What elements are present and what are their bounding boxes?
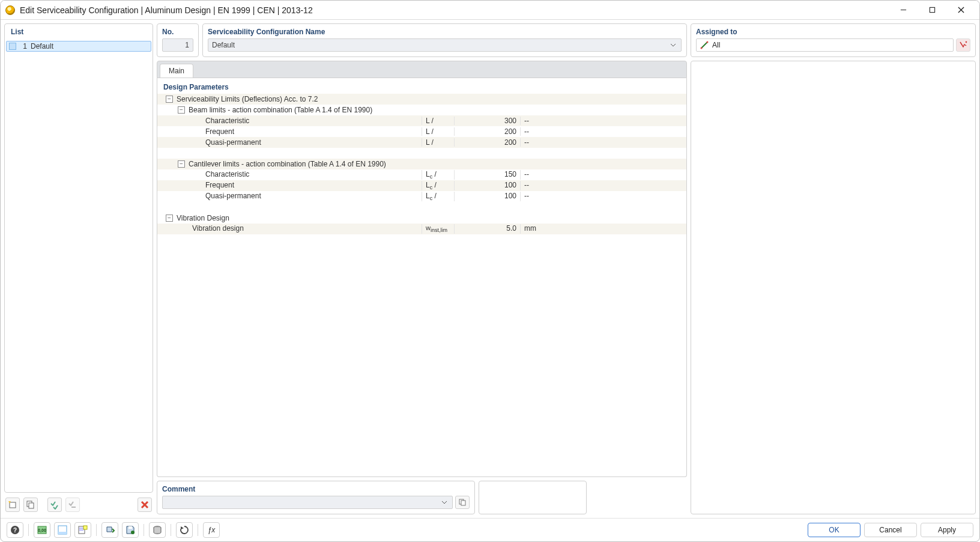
param-unit: -- (520, 181, 544, 190)
table-row[interactable]: Quasi-permanentL /200-- (157, 137, 686, 148)
svg-rect-24 (129, 526, 132, 529)
preview-box (479, 481, 587, 514)
database-button[interactable] (149, 522, 166, 538)
svg-rect-1 (930, 7, 934, 12)
svg-text:ƒx: ƒx (208, 526, 216, 534)
titlebar: Edit Serviceability Configuration | Alum… (1, 1, 979, 20)
comment-combo[interactable] (162, 496, 453, 509)
tree-node-beam-limits[interactable]: − Beam limits - action combination (Tabl… (157, 105, 686, 115)
param-name: Frequent (157, 127, 422, 136)
list-item-number: 1 (20, 42, 27, 50)
apply-button[interactable]: Apply (921, 523, 973, 537)
new-config-button[interactable] (5, 498, 20, 512)
delete-config-button[interactable] (138, 498, 152, 512)
collapse-icon[interactable]: − (166, 215, 173, 222)
svg-point-11 (707, 41, 709, 43)
list-toolbar (4, 495, 153, 514)
bottom-toolbar: ? 0,00 ƒx OK Cancel Apply (1, 518, 979, 541)
save-default-button[interactable] (122, 522, 139, 538)
svg-line-9 (701, 42, 707, 48)
window-title: Edit Serviceability Configuration | Alum… (20, 5, 889, 15)
param-value[interactable]: 100 (454, 192, 520, 201)
number-field[interactable]: 1 (162, 38, 193, 52)
svg-rect-4 (10, 502, 16, 508)
svg-rect-21 (83, 526, 87, 529)
formula-button[interactable]: ƒx (203, 522, 220, 538)
table-row[interactable]: Quasi-permanentLc /100-- (157, 191, 686, 202)
svg-rect-7 (29, 503, 34, 508)
maximize-button[interactable] (918, 1, 946, 19)
param-value[interactable]: 5.0 (454, 224, 520, 233)
minimize-button[interactable] (889, 1, 917, 19)
display-button[interactable] (74, 522, 91, 538)
view-button[interactable] (54, 522, 71, 538)
pick-assigned-button[interactable] (956, 38, 970, 52)
table-row[interactable]: CharacteristicLc /150-- (157, 169, 686, 180)
svg-point-10 (701, 47, 703, 49)
param-value[interactable]: 200 (454, 138, 520, 147)
param-unit: mm (520, 224, 544, 233)
design-parameters-tree[interactable]: − Serviceability Limits (Deflections) Ac… (157, 94, 686, 234)
reset-button[interactable] (176, 522, 193, 538)
help-button[interactable]: ? (7, 522, 23, 538)
number-value: 1 (185, 41, 189, 49)
svg-text:?: ? (13, 527, 17, 534)
check-all-button[interactable] (47, 498, 62, 512)
param-value[interactable]: 300 (454, 117, 520, 125)
assigned-to-box: Assigned to All (691, 23, 976, 57)
param-unit: -- (520, 127, 544, 136)
param-name: Characteristic (157, 117, 422, 125)
list-item-label: Default (31, 42, 53, 50)
param-symbol: L / (422, 138, 454, 147)
tree-node-cantilever-limits[interactable]: − Cantilever limits - action combination… (157, 159, 686, 169)
ok-button[interactable]: OK (808, 523, 861, 537)
comment-box: Comment (157, 481, 475, 514)
comment-copy-button[interactable] (455, 496, 470, 509)
config-list[interactable]: 1 Default (5, 40, 153, 492)
copy-config-button[interactable] (23, 498, 38, 512)
svg-rect-19 (58, 532, 67, 534)
tab-main[interactable]: Main (160, 64, 193, 78)
tree-node-vibration[interactable]: − Vibration Design (157, 213, 686, 224)
cancel-button[interactable]: Cancel (864, 523, 917, 537)
design-parameters-title: Design Parameters (157, 78, 686, 94)
param-value[interactable]: 200 (454, 127, 520, 136)
table-row[interactable]: CharacteristicL /300-- (157, 115, 686, 126)
name-combo[interactable]: Default (208, 38, 682, 52)
tree-label: Vibration Design (177, 214, 441, 222)
param-symbol: L / (422, 127, 454, 136)
name-value: Default (212, 41, 669, 49)
uncheck-all-button[interactable] (65, 498, 80, 512)
collapse-icon[interactable]: − (178, 160, 185, 168)
param-unit: -- (520, 117, 544, 125)
param-value[interactable]: 150 (454, 170, 520, 180)
chevron-down-icon (669, 42, 677, 48)
list-item[interactable]: 1 Default (6, 41, 151, 52)
tabstrip: Main (157, 61, 687, 78)
name-field-box: Serviceability Configuration Name Defaul… (202, 23, 687, 57)
collapse-icon[interactable]: − (178, 106, 185, 114)
assigned-to-field[interactable]: All (696, 38, 954, 52)
svg-marker-27 (181, 526, 184, 529)
param-symbol: Lc / (422, 192, 454, 201)
collapse-icon[interactable]: − (166, 96, 173, 103)
table-row[interactable]: FrequentLc /100-- (157, 180, 686, 191)
svg-rect-13 (461, 501, 465, 505)
assigned-to-value: All (712, 41, 720, 49)
members-icon (700, 41, 709, 49)
param-name: Characteristic (157, 170, 422, 180)
units-button[interactable]: 0,00 (34, 522, 50, 538)
param-symbol: L / (422, 117, 454, 125)
config-icon (9, 43, 16, 50)
side-panel (691, 61, 976, 514)
load-default-button[interactable] (101, 522, 118, 538)
tree-node-serviceability[interactable]: − Serviceability Limits (Deflections) Ac… (157, 94, 686, 105)
close-button[interactable] (947, 1, 975, 19)
assigned-to-label: Assigned to (696, 28, 970, 36)
table-row[interactable]: FrequentL /200-- (157, 126, 686, 137)
param-unit: -- (520, 138, 544, 147)
table-row[interactable]: Vibration designwinst,lim5.0mm (157, 224, 686, 234)
tree-label: Serviceability Limits (Deflections) Acc.… (177, 95, 441, 103)
app-icon (5, 5, 15, 15)
param-value[interactable]: 100 (454, 181, 520, 190)
